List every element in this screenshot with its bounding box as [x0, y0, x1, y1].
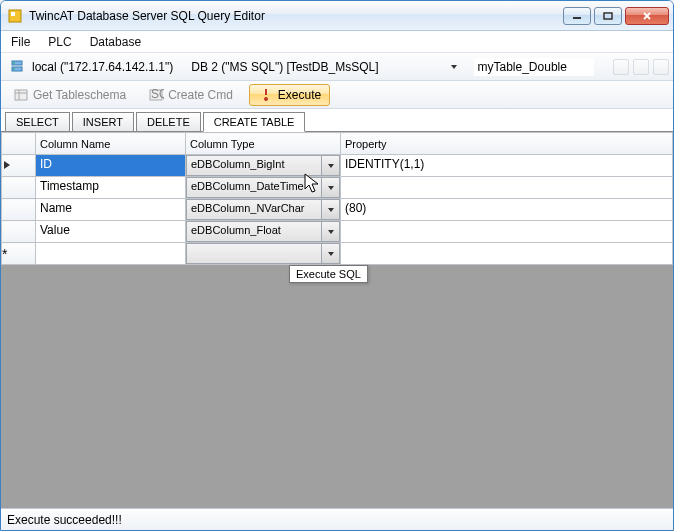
db-field: DB 2 ("MS SQL") [TestDB_MsSQL]: [184, 56, 465, 78]
tab-select[interactable]: SELECT: [5, 112, 70, 132]
cell-name[interactable]: Timestamp: [36, 177, 186, 199]
menu-file[interactable]: File: [11, 35, 30, 49]
execute-icon: [258, 87, 274, 103]
title-bar: TwincAT Database Server SQL Query Editor: [1, 1, 673, 31]
row-indicator[interactable]: [2, 155, 36, 177]
cell-prop[interactable]: [341, 221, 673, 243]
cell-type[interactable]: [186, 243, 341, 265]
new-row-indicator[interactable]: *: [2, 243, 36, 265]
table-input[interactable]: [474, 58, 594, 76]
svg-point-7: [13, 68, 15, 70]
schema-icon: [13, 87, 29, 103]
query-tabs: SELECT INSERT DELETE CREATE TABLE: [1, 109, 673, 131]
table-field: [470, 56, 598, 78]
tool-icon-1[interactable]: [613, 59, 629, 75]
cell-name[interactable]: Name: [36, 199, 186, 221]
hdr-property[interactable]: Property: [341, 133, 673, 155]
svg-rect-1: [11, 12, 15, 16]
row-indicator[interactable]: [2, 177, 36, 199]
get-tableschema-label: Get Tableschema: [33, 88, 126, 102]
row-indicator[interactable]: [2, 221, 36, 243]
cell-prop[interactable]: (80): [341, 199, 673, 221]
mouse-cursor: [304, 173, 322, 198]
menu-plc[interactable]: PLC: [48, 35, 71, 49]
status-text: Execute succeeded!!!: [7, 513, 122, 527]
tab-insert[interactable]: INSERT: [72, 112, 134, 132]
local-value: local ("172.17.64.142.1.1"): [32, 60, 173, 74]
server-icon: [9, 59, 25, 75]
tool-icon-3[interactable]: [653, 59, 669, 75]
cell-name[interactable]: Value: [36, 221, 186, 243]
grid-row: Name eDBColumn_NVarChar (80): [2, 199, 673, 221]
close-button[interactable]: [625, 7, 669, 25]
connection-toolbar: local ("172.17.64.142.1.1") DB 2 ("MS SQ…: [1, 53, 673, 81]
db-value: DB 2 ("MS SQL") [TestDB_MsSQL]: [191, 60, 378, 74]
app-icon: [7, 8, 23, 24]
db-dropdown[interactable]: DB 2 ("MS SQL") [TestDB_MsSQL]: [188, 58, 461, 76]
chevron-down-icon[interactable]: [322, 221, 340, 242]
tab-create-table[interactable]: CREATE TABLE: [203, 112, 306, 132]
create-cmd-button[interactable]: SQL Create Cmd: [142, 85, 239, 105]
svg-point-6: [13, 62, 15, 64]
row-header-blank: [2, 133, 36, 155]
row-indicator[interactable]: [2, 199, 36, 221]
local-dropdown[interactable]: local ("172.17.64.142.1.1"): [29, 58, 176, 76]
local-field: local ("172.17.64.142.1.1"): [5, 56, 180, 78]
toolbar-right-icons: [613, 59, 669, 75]
cell-prop[interactable]: [341, 177, 673, 199]
status-bar: Execute succeeded!!!: [1, 508, 673, 530]
tab-delete[interactable]: DELETE: [136, 112, 201, 132]
hdr-column-type[interactable]: Column Type: [186, 133, 341, 155]
cell-type[interactable]: eDBColumn_Float: [186, 221, 341, 243]
execute-label: Execute: [278, 88, 321, 102]
minimize-button[interactable]: [563, 7, 591, 25]
app-window: TwincAT Database Server SQL Query Editor…: [0, 0, 674, 531]
create-cmd-label: Create Cmd: [168, 88, 233, 102]
execute-tooltip: Execute SQL: [289, 265, 368, 283]
grid-row: Value eDBColumn_Float: [2, 221, 673, 243]
svg-text:SQL: SQL: [151, 87, 164, 101]
menu-database[interactable]: Database: [90, 35, 141, 49]
grid-new-row: *: [2, 243, 673, 265]
cell-prop[interactable]: IDENTITY(1,1): [341, 155, 673, 177]
grid-header-row: Column Name Column Type Property: [2, 133, 673, 155]
cell-prop[interactable]: [341, 243, 673, 265]
grid-row: Timestamp eDBColumn_DateTime: [2, 177, 673, 199]
chevron-down-icon: [449, 60, 459, 74]
columns-grid: Column Name Column Type Property ID eDBC…: [1, 132, 673, 265]
tool-icon-2[interactable]: [633, 59, 649, 75]
chevron-down-icon[interactable]: [322, 199, 340, 220]
cell-name[interactable]: ID: [36, 155, 186, 177]
sql-icon: SQL: [148, 87, 164, 103]
svg-point-13: [265, 97, 268, 100]
chevron-down-icon[interactable]: [322, 243, 340, 264]
grid-row: ID eDBColumn_BigInt IDENTITY(1,1): [2, 155, 673, 177]
execute-button[interactable]: Execute: [249, 84, 330, 106]
cell-name[interactable]: [36, 243, 186, 265]
action-toolbar: Get Tableschema SQL Create Cmd Execute: [1, 81, 673, 109]
window-title: TwincAT Database Server SQL Query Editor: [29, 9, 563, 23]
cell-type[interactable]: eDBColumn_NVarChar: [186, 199, 341, 221]
hdr-column-name[interactable]: Column Name: [36, 133, 186, 155]
content-area: Column Name Column Type Property ID eDBC…: [1, 131, 673, 508]
window-buttons: [563, 7, 669, 25]
chevron-down-icon[interactable]: [322, 155, 340, 176]
svg-rect-8: [15, 90, 27, 100]
menubar: File PLC Database: [1, 31, 673, 53]
chevron-down-icon[interactable]: [322, 177, 340, 198]
svg-rect-3: [604, 13, 612, 19]
maximize-button[interactable]: [594, 7, 622, 25]
get-tableschema-button[interactable]: Get Tableschema: [7, 85, 132, 105]
